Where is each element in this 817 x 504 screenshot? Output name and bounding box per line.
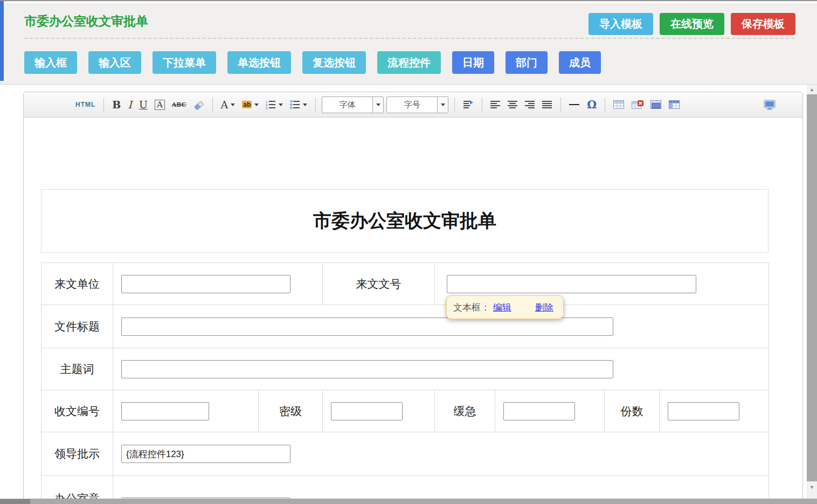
unordered-list-icon [290, 100, 300, 109]
table-row: 文件标题 [41, 305, 769, 348]
toolbar-separator [103, 98, 104, 112]
palette-button-date[interactable]: 日期 [452, 51, 494, 74]
font-color-button[interactable]: A [219, 96, 238, 113]
leader-instruction-cell [113, 432, 769, 476]
font-size-select[interactable]: 字号 [386, 96, 448, 113]
toolbar-separator [212, 98, 213, 112]
editor-toolbar: HTML B I U A ABC A ab 1 2 3 [24, 92, 802, 118]
palette-button-input-field[interactable]: 输入框 [24, 51, 77, 74]
bold-button[interactable]: B [110, 96, 123, 113]
palette-button-dropdown[interactable]: 下拉菜单 [153, 51, 216, 74]
table-icon [613, 100, 625, 109]
highlight-color-button[interactable]: ab [240, 96, 261, 113]
header-actions: 导入模板 在线预览 保存模板 [588, 13, 795, 35]
align-justify-button[interactable] [540, 96, 555, 113]
document-title-label: 文件标题 [41, 305, 113, 348]
highlight-ab-icon: ab [242, 101, 252, 108]
table-properties-button[interactable] [648, 96, 664, 113]
font-family-select[interactable]: 字体 [322, 96, 384, 113]
form-title: 市委办公室收文审批单 [313, 209, 496, 233]
keywords-input[interactable] [121, 360, 613, 378]
field-tooltip: 文本框： 编辑 删除 [446, 295, 564, 319]
online-preview-button[interactable]: 在线预览 [660, 13, 724, 35]
strikethrough-button[interactable]: ABC [170, 96, 189, 113]
chevron-down-icon [441, 103, 445, 106]
scroll-up-button[interactable]: ▲ [807, 85, 817, 94]
palette-button-checkbox[interactable]: 复选按钮 [302, 51, 366, 74]
urgency-label: 缓急 [435, 390, 495, 432]
document-title-input[interactable] [121, 317, 613, 336]
source-code-button[interactable]: HTML [73, 96, 98, 113]
incoming-unit-cell [113, 263, 323, 305]
font-size-dropdown-button[interactable] [437, 97, 448, 113]
scrollbar-thumb[interactable] [807, 94, 817, 481]
font-color-a-icon: A [221, 99, 229, 111]
palette-button-flow-control[interactable]: 流程控件 [377, 51, 441, 74]
leader-instruction-label: 领导批示 [41, 432, 113, 476]
unordered-list-button[interactable] [288, 96, 309, 113]
palette-button-textarea[interactable]: 输入区 [88, 51, 141, 74]
palette-button-department[interactable]: 部门 [506, 51, 548, 74]
incoming-number-input[interactable] [447, 275, 696, 293]
horizontal-scrollbar-thumb[interactable] [0, 499, 30, 504]
toolbar-separator [560, 98, 561, 112]
ordered-list-button[interactable]: 1 2 3 [264, 96, 285, 113]
insert-table-button[interactable] [611, 96, 627, 113]
horizontal-rule-button[interactable] [567, 96, 582, 113]
font-family-label: 字体 [322, 97, 372, 113]
chevron-down-icon [376, 103, 380, 106]
import-template-button[interactable]: 导入模板 [588, 13, 653, 35]
leader-instruction-input[interactable] [121, 445, 290, 463]
incoming-unit-label: 来文单位 [41, 263, 113, 305]
left-blue-strip [0, 1, 4, 81]
fullscreen-button[interactable] [761, 96, 778, 113]
delete-link[interactable]: 删除 [535, 301, 553, 314]
remove-format-button[interactable] [191, 96, 206, 113]
indent-button[interactable] [461, 96, 476, 113]
security-level-input[interactable] [331, 402, 403, 420]
arrow-down-icon: ▼ [809, 485, 814, 490]
delete-table-button[interactable] [629, 96, 646, 113]
table-row: 来文单位 来文文号 [41, 263, 769, 305]
vertical-scrollbar[interactable]: ▲ ▼ [807, 85, 817, 499]
palette-button-radio[interactable]: 单选按钮 [227, 51, 291, 74]
receipt-number-input[interactable] [121, 402, 209, 420]
copies-input[interactable] [668, 402, 739, 420]
svg-text:3: 3 [266, 107, 268, 110]
toolbar-separator [482, 98, 482, 112]
edit-link[interactable]: 编辑 [493, 301, 511, 314]
incoming-unit-input[interactable] [121, 275, 290, 293]
align-justify-icon [542, 100, 552, 109]
document-title-cell [113, 305, 769, 348]
receipt-number-cell [113, 390, 259, 432]
align-left-button[interactable] [488, 96, 503, 113]
italic-button[interactable]: I [126, 96, 134, 113]
underline-button[interactable]: U [137, 96, 150, 113]
indent-icon [463, 100, 474, 109]
save-template-button[interactable]: 保存模板 [731, 13, 795, 35]
scroll-down-button[interactable]: ▼ [807, 482, 817, 492]
chevron-down-icon [279, 103, 283, 106]
copies-label: 份数 [605, 390, 660, 432]
urgency-cell [495, 390, 605, 432]
editor-content[interactable]: 市委办公室收文审批单 来文单位 来文文号 文件标题 主题词 收文 [24, 118, 802, 504]
window-edge-light [0, 1, 817, 4]
page-title: 市委办公室收文审批单 [24, 13, 148, 30]
incoming-number-label: 来文文号 [323, 263, 435, 305]
align-right-button[interactable] [523, 96, 537, 113]
chevron-down-icon [231, 103, 235, 106]
align-center-button[interactable] [506, 96, 520, 113]
cell-properties-button[interactable] [667, 96, 682, 113]
horizontal-scrollbar[interactable] [0, 499, 817, 504]
tooltip-label: 文本框： [453, 301, 490, 314]
align-left-icon [490, 100, 501, 109]
font-family-dropdown-button[interactable] [372, 97, 383, 113]
palette-button-member[interactable]: 成员 [559, 51, 601, 74]
special-char-button[interactable]: Ω [585, 96, 599, 113]
arrow-up-icon: ▲ [809, 87, 814, 92]
urgency-input[interactable] [503, 402, 575, 420]
boxed-a-icon: A [155, 100, 165, 110]
inline-style-button[interactable]: A [153, 96, 167, 113]
form-table: 来文单位 来文文号 文件标题 主题词 收文编号 密级 缓急 份数 [41, 263, 769, 504]
security-level-label: 密级 [259, 390, 323, 432]
